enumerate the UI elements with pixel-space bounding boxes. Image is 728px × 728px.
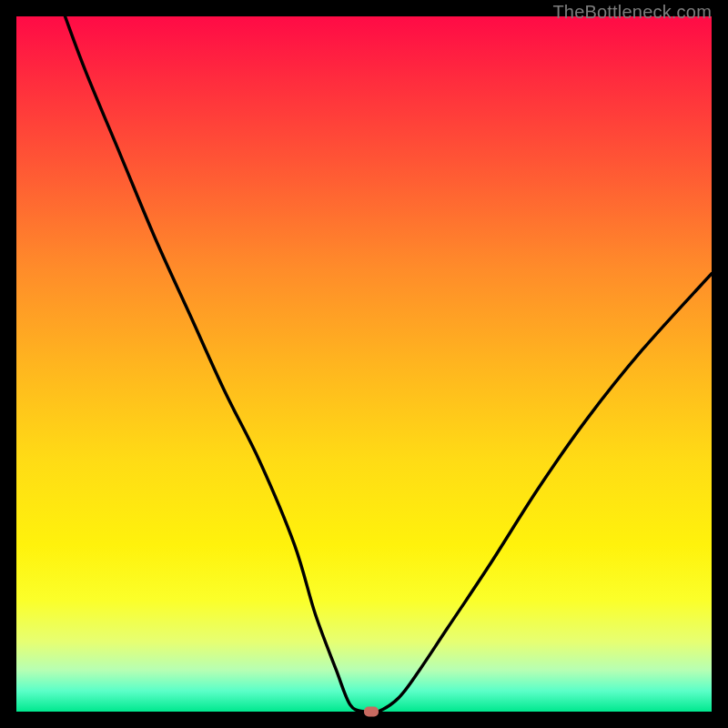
chart-frame: TheBottleneck.com xyxy=(0,0,728,728)
optimum-marker xyxy=(364,707,379,717)
watermark-text: TheBottleneck.com xyxy=(552,2,712,23)
bottleneck-curve xyxy=(16,16,712,712)
plot-area xyxy=(16,16,712,712)
